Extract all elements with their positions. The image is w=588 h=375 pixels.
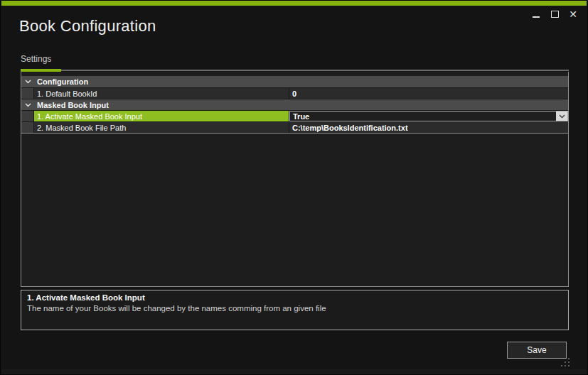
row-gutter xyxy=(21,111,34,121)
property-grid-rows: Configuration 1. Default BookId 0 Masked… xyxy=(21,76,568,134)
minimize-button[interactable] xyxy=(529,7,543,21)
resize-grip[interactable] xyxy=(561,358,570,366)
window-bottom-edge xyxy=(1,369,587,374)
property-grid-empty-area xyxy=(21,134,568,286)
property-help-panel: 1. Activate Masked Book Input The name o… xyxy=(21,290,569,330)
property-row-activate-masked-book-input[interactable]: 1. Activate Masked Book Input True xyxy=(21,110,568,121)
category-label: Configuration xyxy=(34,76,88,87)
page-title: Book Configuration xyxy=(19,17,156,36)
property-grid: Configuration 1. Default BookId 0 Masked… xyxy=(21,72,569,287)
dropdown-button[interactable] xyxy=(556,112,567,121)
property-row-default-bookid[interactable]: 1. Default BookId 0 xyxy=(21,87,568,99)
close-icon: ✕ xyxy=(569,9,577,19)
help-description: The name of your Books will be changed b… xyxy=(27,303,562,313)
help-title: 1. Activate Masked Book Input xyxy=(27,293,562,303)
save-button[interactable]: Save xyxy=(507,342,567,359)
row-gutter xyxy=(21,122,34,133)
category-label: Masked Book Input xyxy=(34,99,109,110)
property-name: 1. Default BookId xyxy=(34,88,289,99)
row-gutter xyxy=(21,88,34,99)
property-name: 2. Masked Book File Path xyxy=(34,122,289,133)
tab-settings[interactable]: Settings xyxy=(21,54,51,64)
maximize-icon xyxy=(551,11,559,18)
property-row-masked-book-file-path[interactable]: 2. Masked Book File Path C:\temp\BooksId… xyxy=(21,121,568,133)
category-row-configuration[interactable]: Configuration xyxy=(21,76,568,87)
chevron-down-icon xyxy=(25,80,31,84)
dropdown-selected-value: True xyxy=(293,112,309,121)
book-configuration-window: ✕ Book Configuration Settings Configurat… xyxy=(0,0,588,375)
close-button[interactable]: ✕ xyxy=(566,7,580,21)
category-row-masked-book-input[interactable]: Masked Book Input xyxy=(21,99,568,110)
window-accent-bar xyxy=(1,1,587,6)
maximize-button[interactable] xyxy=(547,7,562,21)
titlebar-controls: ✕ xyxy=(529,7,580,21)
chevron-down-icon xyxy=(25,103,31,107)
property-value[interactable]: 0 xyxy=(289,88,568,99)
property-value[interactable]: C:\temp\BooksIdentification.txt xyxy=(289,122,568,133)
property-value-dropdown[interactable]: True xyxy=(289,111,568,121)
chevron-down-icon xyxy=(559,114,565,119)
tabstrip-divider xyxy=(21,70,569,71)
property-name: 1. Activate Masked Book Input xyxy=(34,111,289,121)
expander-cell[interactable] xyxy=(21,76,34,87)
expander-cell[interactable] xyxy=(21,99,34,110)
minimize-icon xyxy=(533,16,540,18)
